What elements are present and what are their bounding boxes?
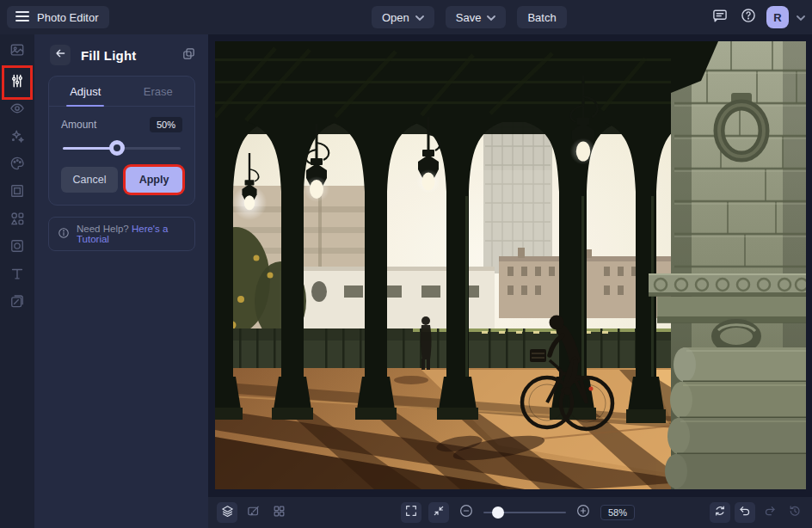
redo-icon [763, 504, 777, 521]
fullscreen-icon [404, 504, 418, 521]
canvas-area [208, 34, 812, 497]
zoom-in-button[interactable] [573, 502, 594, 523]
fill-light-panel: Fill Light Adjust Erase Amount 50% [34, 34, 208, 528]
panel-tabs: Adjust Erase [49, 77, 194, 107]
help-text: Need Help? [77, 224, 129, 234]
fit-screen-icon [432, 504, 446, 521]
panel-header: Fill Light [34, 34, 208, 74]
history-icon [788, 504, 802, 521]
draw-icon [246, 504, 261, 522]
copy-settings-icon [181, 49, 196, 64]
history-reset-button[interactable] [784, 502, 805, 523]
sidebar-item-image-manager[interactable] [7, 38, 28, 65]
chevron-down-icon [415, 11, 424, 24]
sidebar-item-frames[interactable] [7, 179, 28, 206]
page-title: Fill Light [81, 48, 171, 63]
info-icon [58, 227, 70, 241]
zoom-slider[interactable] [483, 506, 566, 519]
help-icon [740, 7, 757, 28]
palette-icon [9, 155, 26, 175]
amount-value[interactable]: 50% [150, 117, 182, 132]
account-area: R [710, 6, 805, 28]
main-menu-button[interactable]: Photo Editor [7, 6, 109, 28]
photo-canvas[interactable] [215, 41, 806, 489]
zoom-in-icon [575, 503, 591, 522]
redo-button[interactable] [760, 502, 780, 523]
sync-icon [713, 504, 727, 521]
zoom-level[interactable]: 58% [600, 505, 635, 520]
eye-icon [9, 100, 26, 120]
overlay-icon [9, 237, 26, 258]
sidebar-item-edit[interactable] [7, 69, 28, 96]
adjust-card: Adjust Erase Amount 50% Cancel Apply [48, 76, 195, 206]
undo-icon [738, 504, 752, 521]
sync-button[interactable] [710, 502, 730, 523]
zoom-out-button[interactable] [456, 502, 477, 523]
draw-button[interactable] [243, 502, 263, 523]
file-actions: Open Save Batch [372, 6, 567, 28]
app-title: Photo Editor [37, 11, 99, 24]
sidebar-item-text[interactable] [7, 261, 28, 289]
tab-erase[interactable]: Erase [122, 77, 195, 106]
open-button[interactable]: Open [372, 6, 434, 28]
tutorial-help[interactable]: Need Help? Here's a Tutorial [48, 217, 195, 251]
layers-button[interactable] [217, 502, 237, 523]
bottom-bar: 58% [208, 497, 812, 528]
save-button[interactable]: Save [446, 6, 507, 28]
stone-pillar [649, 41, 806, 489]
text-icon [9, 265, 26, 285]
tool-rail [0, 34, 34, 528]
tab-adjust[interactable]: Adjust [49, 77, 122, 106]
amount-slider[interactable] [63, 140, 181, 156]
help-button[interactable] [738, 7, 759, 28]
fit-screen-button[interactable] [428, 502, 449, 523]
amount-label: Amount [61, 119, 96, 131]
photo-editor-app: Photo Editor Open Save Batch [0, 0, 812, 528]
chat-button[interactable] [710, 7, 730, 28]
grid-view-button[interactable] [268, 502, 289, 523]
pillar-bolsters [665, 347, 806, 489]
zoom-slider-handle[interactable] [492, 507, 504, 519]
sidebar-item-effects[interactable] [7, 124, 28, 151]
grid-icon [272, 504, 286, 522]
avatar[interactable]: R [766, 6, 789, 28]
chat-icon [711, 7, 729, 28]
sidebar-item-overlays[interactable] [7, 234, 28, 261]
fullscreen-button[interactable] [401, 502, 421, 523]
frame-icon [9, 182, 26, 203]
sparkles-icon [9, 127, 26, 148]
account-chevron-down-icon[interactable] [797, 9, 805, 25]
amount-slider-handle[interactable] [109, 140, 125, 156]
shapes-icon [9, 210, 26, 230]
batch-button[interactable]: Batch [517, 6, 566, 28]
texture-icon [9, 292, 26, 313]
sliders-icon [9, 72, 26, 93]
top-bar: Photo Editor Open Save Batch [0, 0, 812, 34]
zoom-out-icon [458, 503, 474, 522]
bridge-photo [215, 41, 806, 489]
sidebar-item-artsy[interactable] [7, 151, 28, 179]
back-button[interactable] [50, 45, 71, 65]
sidebar-item-textures[interactable] [7, 289, 28, 316]
sidebar-item-touch-up[interactable] [7, 96, 28, 124]
copy-settings-button[interactable] [181, 46, 196, 64]
undo-button[interactable] [735, 502, 755, 523]
sidebar-item-graphics[interactable] [7, 206, 28, 234]
cancel-button[interactable]: Cancel [61, 167, 118, 193]
image-icon [9, 41, 26, 62]
back-arrow-icon [53, 46, 67, 64]
menu-icon [15, 10, 29, 25]
chevron-down-icon [487, 11, 495, 24]
layers-icon [220, 504, 235, 522]
apply-button[interactable]: Apply [126, 167, 182, 193]
